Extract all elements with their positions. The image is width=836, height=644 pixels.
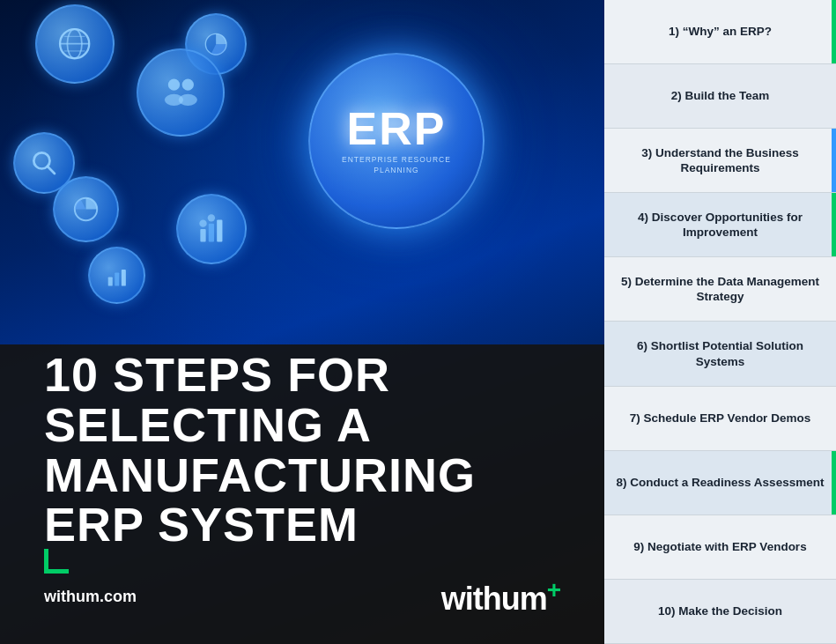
svg-point-14	[199, 220, 206, 227]
step-label-6: 6) Shortlist Potential Solution Systems	[615, 338, 825, 369]
left-panel: ERP ENTERPRISE RESOURCE PLANNING 10 STEP…	[0, 0, 604, 644]
withum-logo: withum+	[441, 576, 560, 618]
svg-point-15	[208, 214, 215, 221]
svg-line-20	[48, 167, 55, 174]
step-item-10[interactable]: 10) Make the Decision	[604, 580, 836, 644]
svg-rect-12	[209, 224, 214, 242]
step-item-1[interactable]: 1) “Why” an ERP?	[604, 0, 836, 64]
deco-circle-7	[13, 132, 75, 194]
svg-rect-11	[200, 229, 205, 242]
erp-circle: ERP ENTERPRISE RESOURCE PLANNING	[308, 53, 485, 229]
step-item-4[interactable]: 4) Discover Opportunities for Improvemen…	[604, 193, 836, 257]
erp-subtext: ENTERPRISE RESOURCE PLANNING	[342, 155, 451, 176]
step-item-8[interactable]: 8) Conduct a Readiness Assessment	[604, 451, 836, 515]
right-panel: 1) “Why” an ERP?2) Build the Team3) Unde…	[604, 0, 836, 644]
bottom-section: 10 STEPS FOR SELECTING A MANUFACTURING E…	[0, 344, 604, 644]
step-label-7: 7) Schedule ERP Vendor Demos	[630, 411, 810, 426]
deco-circle-6	[88, 247, 145, 304]
step-item-3[interactable]: 3) Understand the Business Requirements	[604, 129, 836, 193]
svg-rect-17	[115, 272, 119, 285]
svg-point-6	[167, 78, 179, 90]
step-label-5: 5) Determine the Data Management Strateg…	[615, 274, 825, 305]
step-label-2: 2) Build the Team	[671, 88, 770, 104]
website-url: withum.com	[44, 588, 137, 606]
step-label-10: 10) Make the Decision	[658, 603, 782, 619]
footer-row: withum.com withum+	[44, 576, 560, 618]
step-label-4: 4) Discover Opportunities for Improvemen…	[615, 210, 825, 241]
step-label-1: 1) “Why” an ERP?	[669, 24, 772, 40]
accent-corner	[44, 549, 69, 574]
deco-circle-3	[137, 48, 225, 137]
main-title: 10 STEPS FOR SELECTING A MANUFACTURING E…	[44, 350, 560, 550]
step-item-5[interactable]: 5) Determine the Data Management Strateg…	[604, 257, 836, 322]
step-item-9[interactable]: 9) Negotiate with ERP Vendors	[604, 515, 836, 580]
svg-rect-13	[217, 220, 222, 242]
svg-point-7	[181, 78, 193, 90]
erp-circle-container: ERP ENTERPRISE RESOURCE PLANNING	[308, 53, 485, 229]
step-label-3: 3) Understand the Business Requirements	[615, 145, 825, 176]
deco-circle-1	[35, 4, 115, 84]
step-item-7[interactable]: 7) Schedule ERP Vendor Demos	[604, 387, 836, 451]
svg-rect-16	[107, 277, 112, 285]
step-label-8: 8) Conduct a Readiness Assessment	[617, 475, 825, 491]
deco-circle-5	[176, 194, 247, 264]
erp-label: ERP	[347, 106, 447, 152]
step-label-9: 9) Negotiate with ERP Vendors	[633, 539, 806, 555]
step-item-6[interactable]: 6) Shortlist Potential Solution Systems	[604, 322, 836, 386]
svg-point-9	[178, 93, 196, 105]
svg-rect-18	[122, 270, 126, 285]
step-item-2[interactable]: 2) Build the Team	[604, 64, 836, 129]
